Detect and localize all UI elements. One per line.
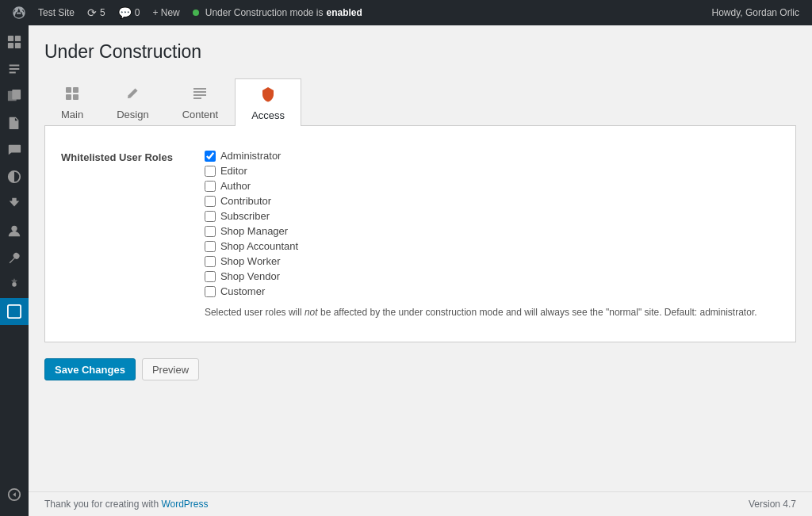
sidebar-item-users[interactable]	[0, 217, 29, 244]
adminbar-site-name[interactable]: Test Site	[32, 0, 81, 25]
role-label-administrator[interactable]: Administrator	[220, 150, 282, 162]
main-tab-icon	[64, 86, 80, 105]
tab-main[interactable]: Main	[44, 78, 100, 125]
adminbar-new[interactable]: + New	[146, 0, 186, 25]
save-changes-button[interactable]: Save Changes	[44, 358, 136, 380]
role-label-contributor[interactable]: Contributor	[220, 195, 271, 207]
sidebar-item-media[interactable]	[0, 82, 29, 109]
sidebar-item-pages[interactable]	[0, 109, 29, 136]
role-checkbox-shop-worker[interactable]	[205, 256, 216, 267]
status-value: enabled	[327, 7, 362, 18]
svg-rect-12	[66, 87, 71, 93]
role-checkbox-subscriber[interactable]	[205, 211, 216, 222]
role-label-editor[interactable]: Editor	[220, 165, 247, 177]
sidebar-item-posts[interactable]	[0, 55, 29, 82]
role-item-shop-vendor: Shop Vendor	[205, 270, 779, 282]
role-label-customer[interactable]: Customer	[220, 285, 265, 297]
status-dot	[193, 10, 199, 16]
role-checkbox-shop-manager[interactable]	[205, 226, 216, 237]
svg-rect-19	[193, 97, 201, 99]
role-item-customer: Customer	[205, 285, 779, 297]
svg-rect-4	[15, 43, 21, 48]
role-checkbox-editor[interactable]	[205, 166, 216, 177]
tab-access[interactable]: Access	[235, 78, 301, 126]
footer-left: Thank you for creating with WordPress	[44, 499, 209, 510]
role-checkbox-shop-accountant[interactable]	[205, 241, 216, 252]
role-label-shop-accountant[interactable]: Shop Accountant	[220, 240, 298, 252]
sidebar-item-settings[interactable]	[0, 271, 29, 298]
role-item-administrator: Administrator	[205, 150, 779, 162]
page-title: Under Construction	[44, 41, 796, 63]
role-item-shop-manager: Shop Manager	[205, 225, 779, 237]
roles-checkbox-list: AdministratorEditorAuthorContributorSubs…	[205, 150, 779, 297]
role-item-author: Author	[205, 180, 779, 192]
role-label-shop-vendor[interactable]: Shop Vendor	[220, 270, 280, 282]
tab-design-label: Design	[117, 109, 148, 120]
role-item-shop-accountant: Shop Accountant	[205, 240, 779, 252]
settings-panel: Whitelisted User Roles AdministratorEdit…	[44, 126, 796, 342]
adminbar-comments[interactable]: 💬 0	[112, 0, 147, 25]
adminbar-user[interactable]: Howdy, Gordan Orlic	[706, 7, 806, 18]
svg-rect-14	[66, 94, 71, 100]
svg-rect-3	[8, 43, 13, 48]
footer-wordpress-link[interactable]: WordPress	[161, 499, 208, 510]
svg-rect-15	[73, 94, 79, 100]
sidebar-item-appearance[interactable]	[0, 163, 29, 190]
sidebar-item-comments[interactable]	[0, 136, 29, 163]
role-label-shop-worker[interactable]: Shop Worker	[220, 255, 281, 267]
wp-logo[interactable]	[6, 0, 32, 25]
content-tab-icon	[192, 86, 208, 105]
svg-rect-2	[15, 36, 21, 41]
role-checkbox-shop-vendor[interactable]	[205, 271, 216, 282]
svg-rect-18	[193, 94, 206, 96]
admin-sidebar	[0, 25, 29, 516]
adminbar-status: Under Construction mode is enabled	[186, 0, 369, 25]
design-tab-icon	[124, 86, 140, 105]
access-tab-icon	[260, 86, 276, 106]
whitelisted-roles-section: Whitelisted User Roles AdministratorEdit…	[61, 142, 779, 326]
whitelisted-roles-label: Whitelisted User Roles	[61, 150, 173, 318]
tab-navigation: Main Design Content Access	[44, 78, 796, 126]
footer: Thank you for creating with WordPress Ve…	[29, 491, 812, 516]
role-label-shop-manager[interactable]: Shop Manager	[220, 225, 288, 237]
button-row: Save Changes Preview	[44, 358, 796, 380]
roles-list-container: AdministratorEditorAuthorContributorSubs…	[205, 150, 779, 318]
role-item-subscriber: Subscriber	[205, 210, 779, 222]
adminbar-updates[interactable]: ⟳ 5	[81, 0, 112, 25]
role-label-subscriber[interactable]: Subscriber	[220, 210, 270, 222]
svg-rect-13	[73, 87, 79, 93]
sidebar-item-dashboard[interactable]	[0, 29, 29, 55]
tab-main-label: Main	[61, 109, 83, 120]
role-item-shop-worker: Shop Worker	[205, 255, 779, 267]
svg-rect-17	[193, 91, 206, 93]
role-item-contributor: Contributor	[205, 195, 779, 207]
role-label-author[interactable]: Author	[220, 180, 251, 192]
footer-version: Version 4.7	[749, 499, 796, 510]
adminbar-left: Test Site ⟳ 5 💬 0 + New Under Constructi…	[6, 0, 706, 25]
tab-access-label: Access	[251, 109, 285, 121]
sidebar-item-plugins[interactable]	[0, 190, 29, 217]
svg-rect-10	[8, 305, 21, 318]
roles-help-text: Selected user roles will not be affected…	[205, 307, 779, 318]
tab-content[interactable]: Content	[166, 78, 236, 125]
tab-design[interactable]: Design	[100, 78, 165, 125]
svg-rect-16	[193, 88, 206, 90]
admin-bar: Test Site ⟳ 5 💬 0 + New Under Constructi…	[0, 0, 812, 25]
role-checkbox-author[interactable]	[205, 181, 216, 192]
role-checkbox-customer[interactable]	[205, 286, 216, 297]
main-content: Under Construction Main Design Content	[29, 25, 812, 516]
sidebar-item-collapse[interactable]	[0, 481, 29, 508]
preview-button[interactable]: Preview	[142, 358, 199, 380]
role-checkbox-contributor[interactable]	[205, 196, 216, 207]
svg-rect-6	[12, 90, 21, 100]
svg-point-8	[11, 226, 17, 231]
role-item-editor: Editor	[205, 165, 779, 177]
sidebar-item-under-construction[interactable]	[0, 298, 29, 325]
tab-content-label: Content	[182, 109, 219, 120]
role-checkbox-administrator[interactable]	[205, 151, 216, 162]
svg-rect-1	[8, 36, 13, 41]
sidebar-item-tools[interactable]	[0, 244, 29, 271]
